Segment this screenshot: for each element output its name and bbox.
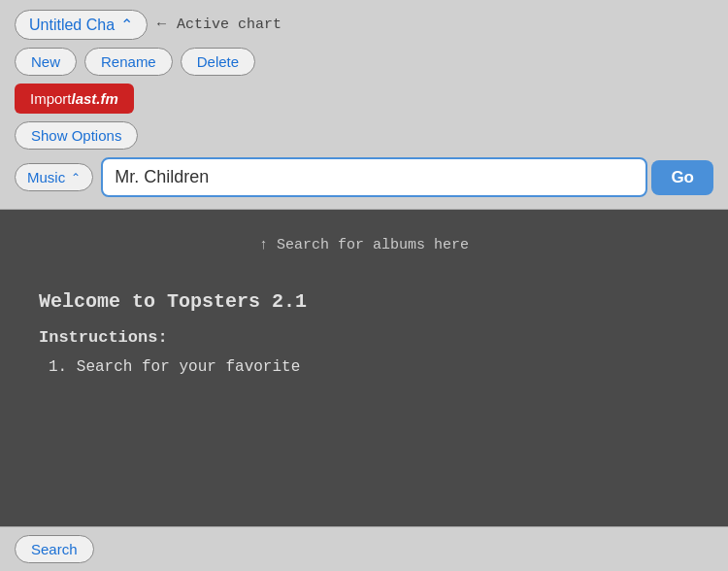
active-chart-label: Active chart	[177, 17, 281, 33]
import-prefix: Import	[30, 90, 72, 107]
show-options-button[interactable]: Show Options	[15, 121, 138, 150]
music-dropdown-button[interactable]: Music ⌃	[15, 163, 93, 191]
title-chevron-icon: ⌃	[120, 16, 133, 34]
row-actions: New Rename Delete	[15, 48, 713, 76]
title-button[interactable]: Untitled Cha ⌃	[15, 10, 148, 40]
search-input[interactable]	[101, 157, 647, 197]
top-bar: Untitled Cha ⌃ ← Active chart New Rename…	[0, 0, 728, 210]
instruction-item-1: 1. Search for your favorite	[49, 358, 689, 376]
music-label: Music	[27, 169, 65, 185]
main-content: ↑ Search for albums here Welcome to Tops…	[0, 210, 728, 395]
import-lastfm-button[interactable]: Import last.fm	[15, 84, 134, 114]
import-service: last.fm	[72, 90, 118, 107]
search-hint: ↑ Search for albums here	[39, 229, 689, 261]
bottom-bar: Search	[0, 526, 728, 571]
delete-button[interactable]: Delete	[181, 48, 255, 76]
row-music-search: Music ⌃ Go	[15, 157, 713, 197]
row-show-options: Show Options	[15, 121, 713, 150]
row-import: Import last.fm	[15, 84, 713, 114]
instructions-label: Instructions:	[39, 328, 689, 347]
welcome-section: Welcome to Topsters 2.1 Instructions: 1.…	[39, 290, 689, 376]
new-button[interactable]: New	[15, 48, 77, 76]
bottom-search-button[interactable]: Search	[15, 535, 94, 563]
search-container: Go	[101, 157, 713, 197]
go-button[interactable]: Go	[651, 160, 713, 195]
title-text: Untitled Cha	[29, 17, 115, 34]
row-title: Untitled Cha ⌃ ← Active chart	[15, 10, 713, 40]
rename-button[interactable]: Rename	[84, 48, 173, 76]
arrow-icon: ←	[157, 17, 167, 33]
welcome-title: Welcome to Topsters 2.1	[39, 290, 689, 313]
music-chevron-icon: ⌃	[71, 171, 81, 185]
